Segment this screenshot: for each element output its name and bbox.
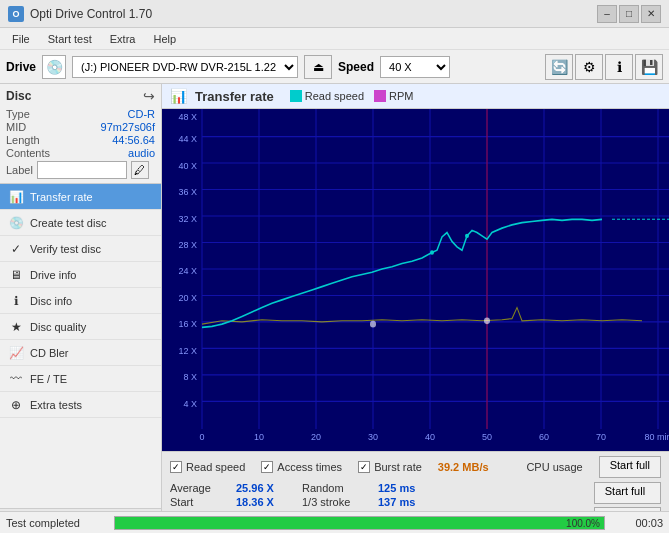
legend-read-speed: Read speed	[290, 90, 364, 102]
disc-info-icon[interactable]: ↪	[143, 88, 155, 104]
label-input[interactable]	[37, 161, 127, 179]
refresh-button[interactable]: 🔄	[545, 54, 573, 80]
nav-extra-tests-label: Extra tests	[30, 399, 82, 411]
content-area: 📊 Transfer rate Read speed RPM	[162, 84, 669, 533]
nav-cd-bler[interactable]: 📈 CD Bler	[0, 340, 161, 366]
chart-legend: Read speed RPM	[290, 90, 414, 102]
start-label: Start	[170, 496, 230, 508]
mid-value: 97m27s06f	[101, 121, 155, 133]
average-label: Average	[170, 482, 230, 494]
nav-drive-info[interactable]: 🖥 Drive info	[0, 262, 161, 288]
svg-text:16 X: 16 X	[178, 318, 197, 330]
burst-rate-checkbox[interactable]: ✓	[358, 461, 370, 473]
chart-header: 📊 Transfer rate Read speed RPM	[162, 84, 669, 109]
start-full-button-2[interactable]: Start full	[594, 482, 661, 504]
menu-extra[interactable]: Extra	[102, 29, 144, 49]
title-bar-left: O Opti Drive Control 1.70	[8, 6, 152, 22]
svg-rect-0	[162, 109, 669, 451]
elapsed-time: 00:03	[613, 517, 663, 529]
chart-icon: 📊	[170, 88, 187, 104]
access-times-checkbox[interactable]: ✓	[261, 461, 273, 473]
label-icon-button[interactable]: 🖊	[131, 161, 149, 179]
app-icon: O	[8, 6, 24, 22]
disc-panel-header: Disc ↪	[6, 88, 155, 104]
save-button[interactable]: 💾	[635, 54, 663, 80]
svg-text:28 X: 28 X	[178, 239, 197, 251]
nav-verify-test-disc[interactable]: ✓ Verify test disc	[0, 236, 161, 262]
nav-create-test-disc[interactable]: 💿 Create test disc	[0, 210, 161, 236]
progress-bar-fill	[115, 517, 604, 529]
app-title: Opti Drive Control 1.70	[30, 7, 152, 21]
read-speed-checkbox-group: ✓ Read speed	[170, 461, 245, 473]
svg-point-45	[465, 234, 469, 238]
maximize-button[interactable]: □	[619, 5, 639, 23]
disc-length-row: Length 44:56.64	[6, 134, 155, 146]
eject-button[interactable]: ⏏	[304, 55, 332, 79]
drive-label: Drive	[6, 60, 36, 74]
nav-drive-info-label: Drive info	[30, 269, 76, 281]
menu-file[interactable]: File	[4, 29, 38, 49]
speed-label: Speed	[338, 60, 374, 74]
menu-help[interactable]: Help	[145, 29, 184, 49]
extra-tests-icon: ⊕	[8, 397, 24, 413]
type-label: Type	[6, 108, 30, 120]
legend-rpm-color	[374, 90, 386, 102]
settings-button[interactable]: ⚙	[575, 54, 603, 80]
access-times-stat-label: Access times	[277, 461, 342, 473]
burst-rate-value: 39.2 MB/s	[438, 461, 489, 473]
minimize-button[interactable]: –	[597, 5, 617, 23]
title-bar-controls: – □ ✕	[597, 5, 661, 23]
disc-type-row: Type CD-R	[6, 108, 155, 120]
chart-svg: 4 X 8 X 12 X 16 X 20 X 24 X 28 X 32 X 36…	[162, 109, 669, 451]
one-third-stroke-label: 1/3 stroke	[302, 496, 372, 508]
title-bar: O Opti Drive Control 1.70 – □ ✕	[0, 0, 669, 28]
start-value: 18.36 X	[236, 496, 296, 508]
menu-bar: File Start test Extra Help	[0, 28, 669, 50]
drive-icon: 💿	[42, 55, 66, 79]
burst-rate-checkbox-group: ✓ Burst rate	[358, 461, 422, 473]
nav-fe-te-label: FE / TE	[30, 373, 67, 385]
disc-quality-icon: ★	[8, 319, 24, 335]
verify-disc-icon: ✓	[8, 241, 24, 257]
status-text: Test completed	[6, 517, 106, 529]
read-speed-stat-label: Read speed	[186, 461, 245, 473]
close-button[interactable]: ✕	[641, 5, 661, 23]
read-speed-checkbox[interactable]: ✓	[170, 461, 182, 473]
status-bar: Test completed 100.0% 00:03	[0, 511, 669, 533]
type-value: CD-R	[128, 108, 156, 120]
nav-disc-info-label: Disc info	[30, 295, 72, 307]
info-button[interactable]: ℹ	[605, 54, 633, 80]
chart-title: Transfer rate	[195, 89, 274, 104]
svg-text:48 X: 48 X	[178, 111, 197, 123]
label-label: Label	[6, 164, 33, 176]
start-full-button[interactable]: Start full	[599, 456, 661, 478]
nav-transfer-rate[interactable]: 📊 Transfer rate	[0, 184, 161, 210]
svg-text:40: 40	[425, 431, 435, 443]
contents-label: Contents	[6, 147, 50, 159]
menu-start-test[interactable]: Start test	[40, 29, 100, 49]
disc-contents-row: Contents audio	[6, 147, 155, 159]
chart-container: 4 X 8 X 12 X 16 X 20 X 24 X 28 X 32 X 36…	[162, 109, 669, 451]
nav-disc-quality[interactable]: ★ Disc quality	[0, 314, 161, 340]
nav-verify-test-disc-label: Verify test disc	[30, 243, 101, 255]
drive-select[interactable]: (J:) PIONEER DVD-RW DVR-215L 1.22	[72, 56, 298, 78]
random-value: 125 ms	[378, 482, 438, 494]
nav-extra-tests[interactable]: ⊕ Extra tests	[0, 392, 161, 418]
speed-select[interactable]: 40 X	[380, 56, 450, 78]
cpu-usage-label: CPU usage	[526, 461, 582, 473]
create-disc-icon: 💿	[8, 215, 24, 231]
disc-info-icon: ℹ	[8, 293, 24, 309]
mid-label: MID	[6, 121, 26, 133]
svg-text:80 min: 80 min	[645, 431, 669, 443]
nav-fe-te[interactable]: 〰 FE / TE	[0, 366, 161, 392]
svg-text:10: 10	[254, 431, 264, 443]
svg-text:20: 20	[311, 431, 321, 443]
nav-disc-info[interactable]: ℹ Disc info	[0, 288, 161, 314]
one-third-stroke-value: 137 ms	[378, 496, 438, 508]
legend-read-speed-label: Read speed	[305, 90, 364, 102]
disc-label: Disc	[6, 89, 31, 103]
access-times-checkbox-group: ✓ Access times	[261, 461, 342, 473]
svg-text:32 X: 32 X	[178, 212, 197, 224]
nav-cd-bler-label: CD Bler	[30, 347, 69, 359]
legend-rpm: RPM	[374, 90, 413, 102]
